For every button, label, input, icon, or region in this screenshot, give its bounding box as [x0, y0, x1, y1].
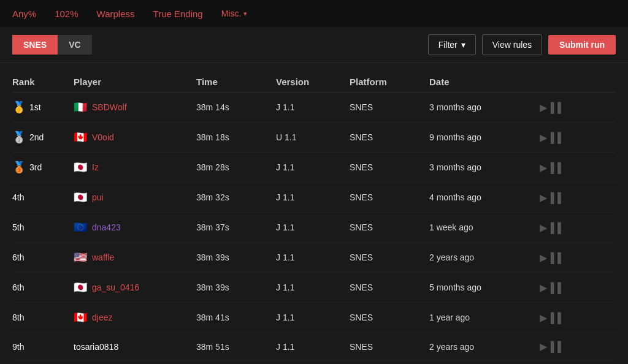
- table-row: 🥉 3rd 🇯🇵 Iz 38m 28s J 1.1 SNES 3 months …: [12, 153, 616, 183]
- table-row: 8th 🇨🇦 djeez 38m 41s J 1.1 SNES 1 year a…: [12, 303, 616, 333]
- version-cell: U 1.1: [276, 132, 350, 142]
- col-version: Version: [276, 77, 350, 87]
- gold-medal-icon: 🥇: [12, 100, 26, 114]
- player-name[interactable]: tosaria0818: [74, 342, 118, 352]
- player-cell: 🇨🇦 djeez: [74, 311, 196, 324]
- video-icon[interactable]: ▶︎▐▐: [540, 312, 570, 324]
- nav-item-true-ending[interactable]: True Ending: [153, 9, 203, 19]
- table-header: Rank Player Time Version Platform Date: [12, 69, 616, 93]
- submit-run-button[interactable]: Submit run: [548, 35, 616, 55]
- time-cell: 38m 37s: [196, 222, 276, 232]
- player-cell: 🇨🇦 V0oid: [74, 131, 196, 144]
- bronze-medal-icon: 🥉: [12, 161, 26, 174]
- video-icon[interactable]: ▶︎▐▐: [540, 132, 570, 143]
- player-name[interactable]: djeez: [92, 313, 112, 322]
- chevron-down-icon: ▾: [461, 40, 465, 50]
- view-rules-button[interactable]: View rules: [482, 34, 542, 55]
- video-icon[interactable]: ▶︎▐▐: [540, 192, 570, 203]
- video-icon[interactable]: ▶︎▐▐: [540, 162, 570, 173]
- country-flag: 🇯🇵: [74, 281, 87, 294]
- date-cell: 1 week ago: [429, 222, 540, 232]
- rank-cell: 6th: [12, 282, 74, 292]
- col-rank: Rank: [12, 77, 74, 87]
- date-cell: 3 months ago: [429, 102, 540, 112]
- player-name[interactable]: waffle: [92, 252, 114, 262]
- player-cell: 🇪🇺 dna423: [74, 221, 196, 234]
- col-date: Date: [429, 77, 540, 87]
- player-name[interactable]: V0oid: [92, 132, 114, 142]
- rank-value: 1st: [29, 102, 41, 112]
- player-cell: 🇺🇸 waffle: [74, 251, 196, 264]
- toolbar: SNES VC Filter ▾ View rules Submit run: [0, 27, 628, 63]
- table-row: 🥈 2nd 🇨🇦 V0oid 38m 18s U 1.1 SNES 9 mont…: [12, 123, 616, 153]
- platform-tabs: SNES VC: [12, 35, 92, 55]
- rank-value: 6th: [12, 252, 24, 262]
- platform-cell: SNES: [350, 342, 429, 352]
- tab-vc[interactable]: VC: [58, 35, 91, 55]
- nav-item-misc[interactable]: Misc. ▾: [221, 9, 248, 18]
- rank-cell: 4th: [12, 192, 74, 202]
- chevron-down-icon: ▾: [243, 10, 247, 18]
- version-cell: J 1.1: [276, 222, 350, 232]
- rank-value: 2nd: [29, 132, 44, 142]
- version-cell: J 1.1: [276, 162, 350, 172]
- player-name[interactable]: ga_su_0416: [92, 282, 139, 292]
- country-flag: 🇨🇦: [74, 131, 87, 144]
- video-icon[interactable]: ▶︎▐▐: [540, 341, 570, 352]
- rank-value: 8th: [12, 313, 24, 322]
- table-row: 6th 🇺🇸 waffle 38m 39s J 1.1 SNES 2 years…: [12, 243, 616, 273]
- time-cell: 38m 39s: [196, 282, 276, 292]
- table-row: 4th 🇯🇵 pui 38m 32s J 1.1 SNES 4 months a…: [12, 183, 616, 213]
- rank-value: 4th: [12, 192, 24, 202]
- table-body: 🥇 1st 🇮🇹 SBDWolf 38m 14s J 1.1 SNES 3 mo…: [12, 93, 616, 364]
- player-name[interactable]: SBDWolf: [92, 102, 127, 112]
- nav-item-any[interactable]: Any%: [12, 9, 36, 19]
- col-player: Player: [74, 77, 196, 87]
- video-icon[interactable]: ▶︎▐▐: [540, 282, 570, 294]
- table-row: 5th 🇪🇺 dna423 38m 37s J 1.1 SNES 1 week …: [12, 213, 616, 243]
- platform-cell: SNES: [350, 132, 429, 142]
- toolbar-right: Filter ▾ View rules Submit run: [428, 34, 616, 55]
- player-name[interactable]: pui: [92, 192, 104, 202]
- platform-cell: SNES: [350, 102, 429, 112]
- player-cell: 🇯🇵 pui: [74, 191, 196, 204]
- time-cell: 38m 28s: [196, 162, 276, 172]
- rank-value: 5th: [12, 222, 24, 232]
- video-icon[interactable]: ▶︎▐▐: [540, 252, 570, 264]
- rank-value: 6th: [12, 282, 24, 292]
- date-cell: 1 year ago: [429, 313, 540, 322]
- video-icon[interactable]: ▶︎▐▐: [540, 102, 570, 113]
- col-video: [540, 77, 570, 87]
- time-cell: 38m 32s: [196, 192, 276, 202]
- rank-cell: 9th: [12, 342, 74, 352]
- rank-cell: 5th: [12, 222, 74, 232]
- col-platform: Platform: [350, 77, 429, 87]
- date-cell: 4 months ago: [429, 192, 540, 202]
- table-row: 🥇 1st 🇮🇹 SBDWolf 38m 14s J 1.1 SNES 3 mo…: [12, 93, 616, 123]
- version-cell: J 1.1: [276, 102, 350, 112]
- country-flag: 🇨🇦: [74, 311, 87, 324]
- platform-cell: SNES: [350, 252, 429, 262]
- video-icon[interactable]: ▶︎▐▐: [540, 222, 570, 233]
- country-flag: 🇯🇵: [74, 161, 87, 174]
- nav-item-warpless[interactable]: Warpless: [97, 9, 135, 19]
- player-name[interactable]: Iz: [92, 162, 99, 172]
- version-cell: J 1.1: [276, 342, 350, 352]
- col-time: Time: [196, 77, 276, 87]
- player-name[interactable]: dna423: [92, 222, 121, 232]
- time-cell: 38m 14s: [196, 102, 276, 112]
- date-cell: 5 months ago: [429, 282, 540, 292]
- platform-cell: SNES: [350, 192, 429, 202]
- country-flag: 🇯🇵: [74, 191, 87, 204]
- date-cell: 3 months ago: [429, 162, 540, 172]
- silver-medal-icon: 🥈: [12, 131, 26, 144]
- nav-item-102[interactable]: 102%: [55, 9, 78, 19]
- country-flag: 🇺🇸: [74, 251, 87, 264]
- filter-label: Filter: [438, 40, 458, 50]
- version-cell: J 1.1: [276, 313, 350, 322]
- time-cell: 38m 41s: [196, 313, 276, 322]
- tab-snes[interactable]: SNES: [12, 35, 58, 55]
- filter-button[interactable]: Filter ▾: [428, 34, 476, 55]
- rank-cell: 8th: [12, 313, 74, 322]
- platform-cell: SNES: [350, 222, 429, 232]
